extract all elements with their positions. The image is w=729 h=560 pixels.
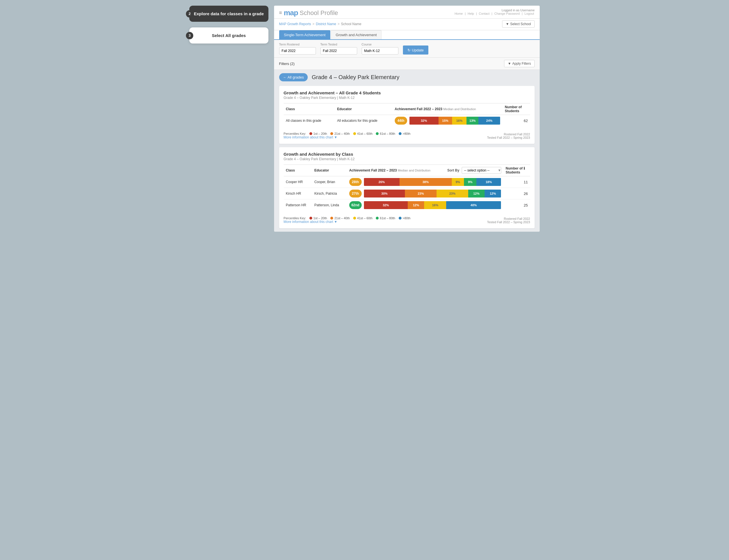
breadcrumb-school: School Name <box>341 22 361 26</box>
nav-sep1: | <box>465 12 467 15</box>
key-item: 1st – 20th <box>309 216 327 220</box>
chart2-num-students: 25 <box>503 199 530 211</box>
chart1-rostered: Rostered Fall 2022 <box>487 133 530 136</box>
nav-help[interactable]: Help <box>468 12 474 15</box>
chart1-percentiles-key: Percentiles Key:1st – 20th21st – 40th41s… <box>284 132 411 135</box>
chart2-educator-cell: Cooper, Brian <box>312 176 347 188</box>
chart2-tested: Tested Fall 2022 – Spring 2023 <box>487 220 530 224</box>
update-label: Update <box>412 48 424 52</box>
chart1-bar-cell: 44th 32%15%16%13%24% <box>392 115 503 127</box>
chart1-more-info-link[interactable]: More information about this chart ▼ <box>284 135 411 139</box>
applied-filters-row: Filters (2) ▼ Apply Filters <box>274 58 540 70</box>
filter-row: Term Rostered Fall 2022 Term Tested Fall… <box>274 40 540 58</box>
chart2-num-students: 11 <box>503 176 530 188</box>
key-item: 61st – 80th <box>376 216 395 220</box>
nav-home[interactable]: Home <box>455 12 463 15</box>
chart2-rostered-info: Rostered Fall 2022 Tested Fall 2022 – Sp… <box>487 217 530 224</box>
chart2-subtitle: Grade 4 – Oakley Park Elementary | Math … <box>284 157 530 161</box>
chart1-rostered-info: Rostered Fall 2022 Tested Fall 2022 – Sp… <box>487 133 530 139</box>
content-area: ← All grades Grade 4 – Oakley Park Eleme… <box>274 70 540 232</box>
chart2-bar-cell: 62nd32%12%16%40% <box>347 199 504 211</box>
app-header: ≡ map School Profile Logged in as Userna… <box>274 6 540 19</box>
chart2-percentiles-key: Percentiles Key:1st – 20th21st – 40th41s… <box>284 216 411 220</box>
chart2-class-cell: Kirsch HR <box>284 188 312 199</box>
key-item: >80th <box>399 216 411 220</box>
chart1-key-label: Percentiles Key: <box>284 132 306 135</box>
chart1-title: Growth and Achievement – All Grade 4 Stu… <box>284 90 530 95</box>
nav-contact[interactable]: Contact <box>479 12 490 15</box>
breadcrumb-sep1: > <box>313 22 314 26</box>
chart1-col-class: Class <box>284 103 335 115</box>
update-button[interactable]: ↻ Update <box>403 45 428 55</box>
chart2-table: Class Educator Achievement Fall 2022 – 2… <box>284 164 530 211</box>
chart1-educator-cell: All educators for this grade <box>335 115 392 127</box>
chart2-col-class: Class <box>284 165 312 176</box>
chart2-bar-cell: 28th26%38%9%9%18% <box>347 176 504 188</box>
chart1-table: Class Educator Achievement Fall 2022 – 2… <box>284 103 530 126</box>
tab-growth-achievement[interactable]: Growth and Achievement <box>331 30 381 39</box>
chart2-title: Growth and Achievement by Class <box>284 152 530 157</box>
key-item: 61st – 80th <box>376 132 395 135</box>
chart2-bar-track: 30%23%23%12%12% <box>364 190 501 197</box>
chart1-num-students: 62 <box>502 115 530 127</box>
key-item: 21st – 40th <box>330 216 350 220</box>
chart1-tested: Tested Fall 2022 – Spring 2023 <box>487 136 530 139</box>
key-item: 41st – 60th <box>353 132 372 135</box>
term-tested-select[interactable]: Fall 2022 <box>320 47 357 55</box>
tabs-row: Single-Term Achievement Growth and Achie… <box>274 30 540 40</box>
filter-term-tested: Term Tested Fall 2022 <box>320 43 357 55</box>
chart2-col-educator: Educator <box>312 165 347 176</box>
nav-sep3: | <box>492 12 493 15</box>
term-rostered-select[interactable]: Fall 2022 <box>279 47 316 55</box>
select-school-button[interactable]: ▼ Select School <box>502 20 535 28</box>
filter-term-rostered: Term Rostered Fall 2022 <box>279 43 316 55</box>
nav-change-password[interactable]: Change Password <box>494 12 520 15</box>
key-item: 21st – 40th <box>330 132 350 135</box>
update-icon: ↻ <box>407 48 411 52</box>
all-grades-button[interactable]: ← All grades <box>279 73 308 81</box>
nav-links[interactable]: Home | Help | Contact | Change Password … <box>454 12 535 15</box>
callout-2-number: 2 <box>186 10 193 18</box>
callout-2: 2 Explore data for classes in a grade <box>189 6 268 22</box>
chart2-more-info-link[interactable]: More information about this chart ▼ <box>284 220 411 224</box>
chart1-bar-track: 32%15%16%13%24% <box>409 117 500 125</box>
main-panel: ≡ map School Profile Logged in as Userna… <box>274 6 540 232</box>
chart1-percentile-badge: 44th <box>395 117 407 125</box>
grade-header-row: ← All grades Grade 4 – Oakley Park Eleme… <box>279 73 535 81</box>
breadcrumb-row: MAP Growth Reports > District Name > Sch… <box>274 19 540 30</box>
breadcrumb-district[interactable]: District Name <box>316 22 336 26</box>
chart2-card: Growth and Achievement by Class Grade 4 … <box>279 147 535 228</box>
callout-2-text: Explore data for classes in a grade <box>194 11 264 17</box>
callout-3-text: Select All grades <box>194 32 264 38</box>
chart2-educator-cell: Kirsch, Patricia <box>312 188 347 199</box>
grade-title: Grade 4 – Oakley Park Elementary <box>312 74 399 81</box>
apply-filters-label: Apply Filters <box>512 62 531 66</box>
menu-icon[interactable]: ≡ <box>279 10 282 16</box>
course-select[interactable]: Math K-12 <box>362 47 398 55</box>
apply-filters-button[interactable]: ▼ Apply Filters <box>504 60 535 67</box>
table-row: Patterson HRPatterson, Linda62nd32%12%16… <box>284 199 530 211</box>
sort-select[interactable]: -- select option -- <box>462 167 501 174</box>
nav-logout[interactable]: Logout <box>524 12 534 15</box>
app-title-text: School Profile <box>300 9 338 17</box>
tab-single-term[interactable]: Single-Term Achievement <box>279 30 330 39</box>
app-title: ≡ map School Profile <box>279 8 338 17</box>
chart1-class-cell: All classes in this grade <box>284 115 335 127</box>
chart2-class-cell: Patterson HR <box>284 199 312 211</box>
chart2-percentile-badge: 62nd <box>349 201 362 209</box>
select-school-arrow: ▼ <box>506 22 509 26</box>
chart1-more-info-arrow: ▼ <box>334 135 337 139</box>
filters-count: Filters (2) <box>279 62 295 66</box>
key-item: >80th <box>399 132 411 135</box>
chart1-subtitle: Grade 4 – Oakley Park Elementary | Math … <box>284 96 530 100</box>
map-logo: map <box>284 8 298 17</box>
callouts-panel: 2 Explore data for classes in a grade 3 … <box>189 6 268 44</box>
chart2-key-label: Percentiles Key: <box>284 216 306 220</box>
chart2-bar-track: 32%12%16%40% <box>364 201 501 209</box>
chart2-more-info-arrow: ▼ <box>334 220 337 224</box>
breadcrumb-sep2: > <box>338 22 340 26</box>
select-school-label: Select School <box>510 22 531 26</box>
chart1-col-achievement: Achievement Fall 2022 – 2023 Median and … <box>392 103 503 115</box>
breadcrumb-map-reports[interactable]: MAP Growth Reports <box>279 22 311 26</box>
chart1-all-row: All classes in this grade All educators … <box>284 115 530 127</box>
